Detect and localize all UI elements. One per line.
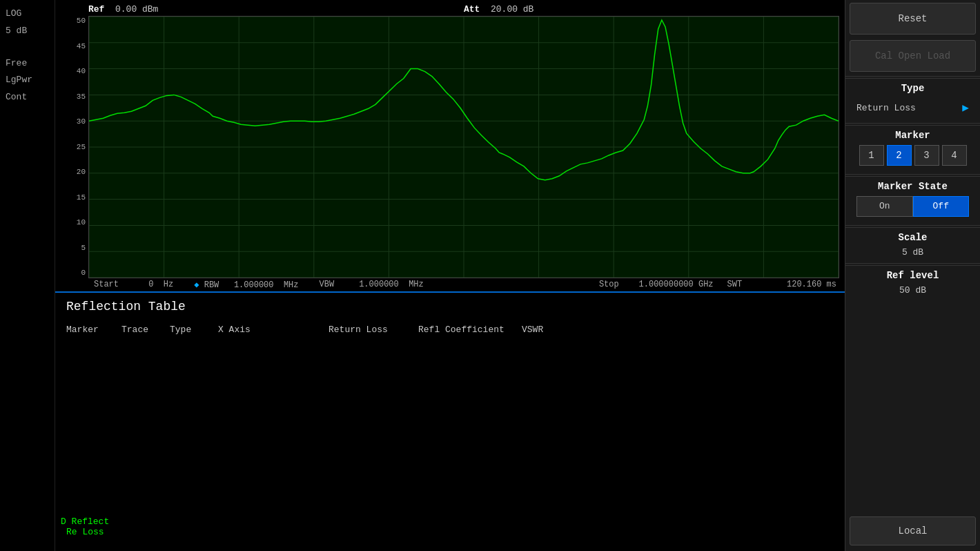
col-reflcoeff: Refl Coefficient	[418, 325, 522, 335]
col-marker: Marker	[66, 325, 121, 335]
bottom-left-labels: D Reflect Re Loss	[61, 516, 109, 537]
marker-off-button[interactable]: Off	[913, 196, 970, 217]
main-area: Ref 0.00 dBm Att 20.00 dB 50 45 40 35 30…	[55, 0, 845, 551]
type-section-title: Type	[851, 83, 974, 94]
marker-btn-1[interactable]: 1	[859, 145, 884, 166]
ref-level-value: 50 dB	[851, 285, 974, 296]
axis-row: Start 0 Hz ◆ RBW 1.000000 MHz VBW 1.0000…	[61, 278, 839, 291]
y-axis: 50 45 40 35 30 25 20 15 10 5 0	[61, 16, 88, 278]
scale-section: Scale 5 dB	[845, 227, 980, 262]
marker-state-row: On Off	[856, 196, 969, 217]
chart-header: Ref 0.00 dBm Att 20.00 dB	[61, 4, 839, 16]
col-returnloss: Return Loss	[329, 325, 418, 335]
type-section: Type Return Loss ▶	[845, 78, 980, 122]
reflection-section: Reflection Table Marker Trace Type X Axi…	[55, 291, 845, 551]
stop-display: Stop 1.000000000 GHz	[599, 280, 714, 290]
left-panel: LOG 5 dB Free LgPwr Cont	[0, 0, 55, 551]
ref-display: Ref 0.00 dBm	[88, 4, 158, 14]
marker-state-title: Marker State	[851, 181, 974, 192]
col-type: Type	[170, 325, 218, 335]
reflection-title: Reflection Table	[66, 300, 834, 313]
reset-button[interactable]: Reset	[850, 3, 976, 35]
power-label: LgPwr	[6, 73, 49, 88]
right-panel: Reset Cal Open Load Type Return Loss ▶ M…	[845, 0, 980, 551]
type-value: Return Loss	[856, 103, 916, 113]
swt-display: SWT 120.160 ms	[727, 280, 836, 290]
chart-plot	[88, 16, 839, 278]
marker-on-button[interactable]: On	[856, 196, 913, 217]
re-loss-label: Re Loss	[61, 527, 109, 537]
cal-open-load-button[interactable]: Cal Open Load	[850, 40, 976, 72]
trigger-label: Free	[6, 57, 49, 71]
rbw-display: ◆ RBW 1.000000 MHz	[194, 280, 298, 290]
mode-label: Cont	[6, 90, 49, 105]
ref-level-title: Ref level	[851, 270, 974, 281]
d-reflect-label: D Reflect	[61, 516, 109, 527]
att-display: Att 20.00 dB	[464, 4, 533, 14]
ref-level-section: Ref level 50 dB	[845, 265, 980, 300]
local-button[interactable]: Local	[850, 516, 976, 545]
scale-section-value: 5 dB	[851, 247, 974, 258]
col-vswr: VSWR	[522, 325, 577, 335]
chart-body: 50 45 40 35 30 25 20 15 10 5 0	[61, 16, 839, 278]
marker-btn-2[interactable]: 2	[887, 145, 912, 166]
chart-svg	[89, 17, 839, 278]
marker-btn-4[interactable]: 4	[942, 145, 967, 166]
start-display: Start 0 Hz	[94, 280, 173, 290]
marker-btn-3[interactable]: 3	[914, 145, 939, 166]
scale-type-label: LOG	[6, 7, 49, 21]
scale-section-title: Scale	[851, 232, 974, 243]
scale-value-label: 5 dB	[6, 24, 49, 39]
marker-section: Marker 1 2 3 4	[845, 125, 980, 173]
vbw-display: VBW 1.000000 MHz	[320, 280, 424, 290]
type-arrow-icon[interactable]: ▶	[962, 101, 969, 115]
col-trace: Trace	[121, 325, 170, 335]
stop-swt-group: Stop 1.000000000 GHz SWT 120.160 ms	[599, 280, 836, 290]
table-header: Marker Trace Type X Axis Return Loss Ref…	[66, 325, 834, 335]
marker-state-section: Marker State On Off	[845, 176, 980, 224]
chart-container: Ref 0.00 dBm Att 20.00 dB 50 45 40 35 30…	[55, 0, 845, 291]
type-row: Return Loss ▶	[851, 98, 974, 117]
start-rbw-group: Start 0 Hz ◆ RBW 1.000000 MHz VBW 1.0000…	[94, 280, 424, 290]
marker-section-title: Marker	[851, 130, 974, 141]
marker-buttons: 1 2 3 4	[851, 145, 974, 166]
col-xaxis: X Axis	[218, 325, 329, 335]
